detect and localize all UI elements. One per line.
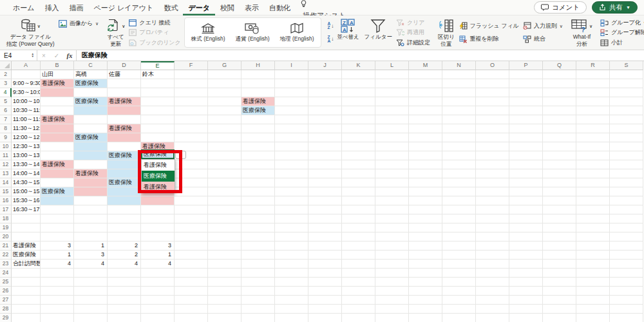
row-header-12[interactable]: 12 (0, 160, 12, 169)
cell-R15[interactable] (576, 187, 610, 196)
cell-A27[interactable] (12, 296, 41, 305)
cell-N29[interactable] (442, 314, 476, 322)
cell-H14[interactable] (242, 178, 275, 187)
cell-I17[interactable] (275, 205, 308, 214)
row-header-4[interactable]: 4 (0, 88, 12, 97)
cell-F16[interactable] (175, 196, 208, 205)
cell-O27[interactable] (476, 296, 509, 305)
cell-A14[interactable]: 14:30～15:00 (12, 178, 41, 187)
cell-K26[interactable] (342, 287, 375, 296)
cell-L24[interactable] (375, 269, 409, 278)
cell-J29[interactable] (308, 314, 342, 322)
cell-R13[interactable] (576, 169, 610, 178)
advanced-filter-button[interactable]: 詳細設定 (396, 39, 430, 47)
cell-N8[interactable] (442, 124, 476, 133)
cell-D19[interactable] (108, 223, 141, 232)
cell-E29[interactable] (141, 314, 175, 322)
cell-J28[interactable] (308, 305, 342, 314)
cell-B6[interactable] (41, 106, 74, 115)
insert-function-icon[interactable]: fx (63, 52, 76, 59)
cell-M11[interactable] (409, 151, 442, 160)
column-header-I[interactable]: I (275, 61, 308, 70)
cell-O21[interactable] (476, 242, 509, 251)
cell-B20[interactable] (41, 232, 74, 242)
cell-O24[interactable] (476, 269, 509, 278)
cell-J7[interactable] (308, 115, 342, 124)
cell-O5[interactable] (476, 97, 509, 106)
cell-D29[interactable] (108, 314, 141, 322)
cell-K10[interactable] (342, 142, 375, 151)
cell-D8[interactable]: 看護保険 (108, 124, 141, 133)
cell-N7[interactable] (442, 115, 476, 124)
share-button[interactable]: 共有 ▼ (592, 1, 638, 14)
cell-A3[interactable]: 9:00～9:30 (12, 79, 41, 88)
cell-I22[interactable] (275, 251, 308, 260)
cell-O7[interactable] (476, 115, 509, 124)
cell-H6[interactable]: 医療保険 (242, 106, 275, 115)
cell-K8[interactable] (342, 124, 375, 133)
cell-I15[interactable] (275, 187, 308, 196)
cell-J15[interactable] (308, 187, 342, 196)
cell-N27[interactable] (442, 296, 476, 305)
sort-ascending-button[interactable]: AZ↓ (328, 22, 334, 30)
cell-K23[interactable] (342, 260, 375, 269)
cell-M16[interactable] (409, 196, 442, 205)
cell-M14[interactable] (409, 178, 442, 187)
cell-F13[interactable] (175, 169, 208, 178)
cell-F14[interactable] (175, 178, 208, 187)
column-header-M[interactable]: M (409, 61, 442, 70)
cell-N14[interactable] (442, 178, 476, 187)
cell-G17[interactable] (208, 205, 242, 214)
cell-Q25[interactable] (543, 278, 576, 287)
cell-N10[interactable] (442, 142, 476, 151)
cell-P25[interactable] (509, 278, 543, 287)
cell-F2[interactable] (175, 70, 208, 79)
cell-K24[interactable] (342, 269, 375, 278)
cell-E5[interactable] (141, 97, 175, 106)
cell-O4[interactable] (476, 88, 509, 97)
row-header-16[interactable]: 16 (0, 196, 12, 205)
queries-connections-button[interactable]: クエリ 接続 (129, 19, 180, 27)
cell-R25[interactable] (576, 278, 610, 287)
cell-A16[interactable]: 15:30～16:00 (12, 196, 41, 205)
cell-K21[interactable] (342, 242, 375, 251)
cell-N21[interactable] (442, 242, 476, 251)
cell-I28[interactable] (275, 305, 308, 314)
column-header-C[interactable]: C (74, 61, 108, 70)
geography-button[interactable]: 地理 (English) (275, 18, 319, 47)
cell-K13[interactable] (342, 169, 375, 178)
cell-P27[interactable] (509, 296, 543, 305)
cell-A17[interactable]: 16:30～17:00 (12, 205, 41, 214)
cell-C27[interactable] (74, 296, 108, 305)
cell-O13[interactable] (476, 169, 509, 178)
cell-G7[interactable] (208, 115, 242, 124)
cell-S23[interactable] (610, 260, 643, 269)
cell-P3[interactable] (509, 79, 543, 88)
cell-E8[interactable] (141, 124, 175, 133)
row-header-5[interactable]: 5 (0, 97, 12, 106)
cell-K4[interactable] (342, 88, 375, 97)
cell-R20[interactable] (576, 232, 610, 242)
row-header-11[interactable]: 11 (0, 151, 12, 160)
cell-M24[interactable] (409, 269, 442, 278)
cell-P15[interactable] (509, 187, 543, 196)
cell-G9[interactable] (208, 133, 242, 142)
cell-D22[interactable]: 2 (108, 251, 141, 260)
cell-K12[interactable] (342, 160, 375, 169)
cell-G13[interactable] (208, 169, 242, 178)
cell-F3[interactable] (175, 79, 208, 88)
cell-Q26[interactable] (543, 287, 576, 296)
cell-L15[interactable] (375, 187, 409, 196)
cell-D27[interactable] (108, 296, 141, 305)
cell-M28[interactable] (409, 305, 442, 314)
cell-R11[interactable] (576, 151, 610, 160)
cell-B15[interactable]: 医療保険 (41, 187, 74, 196)
cell-J23[interactable] (308, 260, 342, 269)
cell-H23[interactable] (242, 260, 275, 269)
cell-F27[interactable] (175, 296, 208, 305)
cell-A5[interactable]: 10:00～10:30 (12, 97, 41, 106)
cell-M12[interactable] (409, 160, 442, 169)
cell-A24[interactable] (12, 269, 41, 278)
cell-R17[interactable] (576, 205, 610, 214)
cell-C13[interactable]: 看護保険 (74, 169, 108, 178)
